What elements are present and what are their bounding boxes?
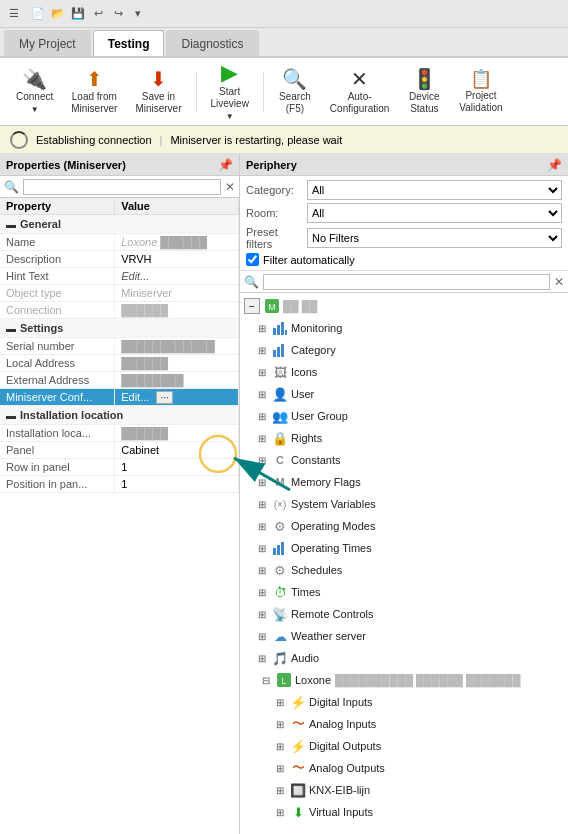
- room-select[interactable]: All: [307, 203, 562, 223]
- expand-analog-inputs[interactable]: ⊞: [276, 719, 290, 730]
- tree-node-remote-controls[interactable]: ⊞ 📡 Remote Controls: [240, 603, 568, 625]
- expand-user[interactable]: ⊞: [258, 389, 272, 400]
- expand-memory-flags[interactable]: ⊞: [258, 477, 272, 488]
- tree-root-node[interactable]: − M ██ ██: [240, 295, 568, 317]
- prop-row-description[interactable]: Description VRVH: [0, 251, 239, 268]
- weather-server-icon: ☁: [272, 628, 288, 644]
- tree-node-times[interactable]: ⊞ ⏱ Times: [240, 581, 568, 603]
- save-icon[interactable]: 💾: [70, 6, 86, 22]
- expand-operating-modes[interactable]: ⊞: [258, 521, 272, 532]
- edit-link[interactable]: Edit...: [121, 391, 149, 403]
- tree-node-rights[interactable]: ⊞ 🔒 Rights: [240, 427, 568, 449]
- expand-knx-eib[interactable]: ⊞: [276, 785, 290, 796]
- auto-config-button[interactable]: ✕ Auto-Configuration: [322, 65, 397, 119]
- expand-loxone[interactable]: ⊟: [262, 675, 276, 686]
- file-new-icon[interactable]: 📄: [30, 6, 46, 22]
- expand-user-group[interactable]: ⊞: [258, 411, 272, 422]
- prop-row-local-address[interactable]: Local Address ██████: [0, 355, 239, 372]
- tree-node-user-group[interactable]: ⊞ 👥 User Group: [240, 405, 568, 427]
- redo-icon[interactable]: ↪: [110, 6, 126, 22]
- undo-icon[interactable]: ↩: [90, 6, 106, 22]
- group-general[interactable]: ▬General: [0, 215, 239, 234]
- expand-times[interactable]: ⊞: [258, 587, 272, 598]
- tree-node-monitoring[interactable]: ⊞ Monitoring: [240, 317, 568, 339]
- tree-node-schedules[interactable]: ⊞ ⚙ Schedules: [240, 559, 568, 581]
- tree-node-system-variables[interactable]: ⊞ (×) System Variables: [240, 493, 568, 515]
- expand-digital-outputs[interactable]: ⊞: [276, 741, 290, 752]
- save-button[interactable]: ⬇ Save inMiniserver: [127, 65, 189, 119]
- file-open-icon[interactable]: 📂: [50, 6, 66, 22]
- collapse-settings-icon[interactable]: ▬: [6, 323, 16, 334]
- tree-node-weather-server[interactable]: ⊞ ☁ Weather server: [240, 625, 568, 647]
- expand-constants[interactable]: ⊞: [258, 455, 272, 466]
- tree-node-category[interactable]: ⊞ Category: [240, 339, 568, 361]
- tree-node-icons[interactable]: ⊞ 🖼 Icons: [240, 361, 568, 383]
- tree-node-analog-inputs[interactable]: ⊞ 〜 Analog Inputs: [240, 713, 568, 735]
- start-liveview-button[interactable]: ▶ StartLiveview ▼: [203, 58, 257, 125]
- expand-category[interactable]: ⊞: [258, 345, 272, 356]
- pin-periphery-icon[interactable]: 📌: [547, 158, 562, 172]
- expand-rights[interactable]: ⊞: [258, 433, 272, 444]
- prop-row-external-address[interactable]: External Address ████████: [0, 372, 239, 389]
- expand-audio[interactable]: ⊞: [258, 653, 272, 664]
- clear-filter-icon[interactable]: ✕: [225, 180, 235, 194]
- project-validation-icon: 📋: [470, 70, 492, 88]
- dropdown-icon[interactable]: ▾: [130, 6, 146, 22]
- connect-button[interactable]: 🔌 Connect ▼: [8, 65, 61, 118]
- prop-row-miniserver-conf[interactable]: Miniserver Conf... Edit... ···: [0, 389, 239, 406]
- tab-testing[interactable]: Testing: [93, 30, 165, 56]
- tree-node-virtual-inputs[interactable]: ⊞ ⬇ Virtual Inputs: [240, 801, 568, 823]
- prop-row-position-in-panel[interactable]: Position in pan... 1: [0, 476, 239, 493]
- toolbar-separator-1: [196, 72, 197, 112]
- tree-node-user[interactable]: ⊞ 👤 User: [240, 383, 568, 405]
- expand-virtual-inputs[interactable]: ⊞: [276, 807, 290, 818]
- tree-root-collapse[interactable]: −: [244, 298, 260, 314]
- expand-icons[interactable]: ⊞: [258, 367, 272, 378]
- preset-select[interactable]: No Filters: [307, 228, 562, 248]
- expand-system-variables[interactable]: ⊞: [258, 499, 272, 510]
- expand-digital-inputs[interactable]: ⊞: [276, 697, 290, 708]
- prop-row-name[interactable]: Name Loxone ██████: [0, 234, 239, 251]
- dots-button[interactable]: ···: [156, 391, 172, 404]
- expand-remote-controls[interactable]: ⊞: [258, 609, 272, 620]
- tree-node-audio[interactable]: ⊞ 🎵 Audio: [240, 647, 568, 669]
- load-button[interactable]: ⬆ Load fromMiniserver: [63, 65, 125, 119]
- group-installation[interactable]: ▬Installation location: [0, 406, 239, 425]
- category-select[interactable]: All: [307, 180, 562, 200]
- tree-node-knx-eib[interactable]: ⊞ 🔲 KNX-EIB-lijn: [240, 779, 568, 801]
- properties-filter-input[interactable]: [23, 179, 221, 195]
- periphery-clear-icon[interactable]: ✕: [554, 275, 564, 289]
- expand-monitoring[interactable]: ⊞: [258, 323, 272, 334]
- collapse-installation-icon[interactable]: ▬: [6, 410, 16, 421]
- periphery-filter-input[interactable]: [263, 274, 550, 290]
- auto-filter-checkbox[interactable]: [246, 253, 259, 266]
- tree-node-operating-modes[interactable]: ⊞ ⚙ Operating Modes: [240, 515, 568, 537]
- tab-diagnostics[interactable]: Diagnostics: [166, 30, 258, 56]
- prop-row-panel[interactable]: Panel Cabinet: [0, 442, 239, 459]
- prop-row-serial[interactable]: Serial number ████████████: [0, 338, 239, 355]
- prop-row-installation-loca[interactable]: Installation loca... ██████: [0, 425, 239, 442]
- expand-weather-server[interactable]: ⊞: [258, 631, 272, 642]
- tab-my-project[interactable]: My Project: [4, 30, 91, 56]
- menu-icon[interactable]: ☰: [6, 6, 22, 22]
- expand-analog-outputs[interactable]: ⊞: [276, 763, 290, 774]
- device-status-button[interactable]: 🚦 DeviceStatus: [399, 65, 449, 119]
- expand-operating-times[interactable]: ⊞: [258, 543, 272, 554]
- search-button[interactable]: 🔍 Search(F5): [270, 65, 320, 119]
- prop-row-hint[interactable]: Hint Text Edit...: [0, 268, 239, 285]
- tree-node-memory-flags[interactable]: ⊞ M Memory Flags: [240, 471, 568, 493]
- tree-node-digital-outputs[interactable]: ⊞ ⚡ Digital Outputs: [240, 735, 568, 757]
- group-settings[interactable]: ▬Settings: [0, 319, 239, 338]
- tree-node-constants[interactable]: ⊞ C Constants: [240, 449, 568, 471]
- project-validation-button[interactable]: 📋 ProjectValidation: [451, 66, 510, 118]
- expand-schedules[interactable]: ⊞: [258, 565, 272, 576]
- connect-dropdown[interactable]: ▼: [31, 105, 39, 114]
- tree-node-digital-inputs[interactable]: ⊞ ⚡ Digital Inputs: [240, 691, 568, 713]
- prop-row-row-in-panel[interactable]: Row in panel 1: [0, 459, 239, 476]
- start-dropdown[interactable]: ▼: [226, 112, 234, 121]
- tree-node-analog-outputs[interactable]: ⊞ 〜 Analog Outputs: [240, 757, 568, 779]
- pin-icon[interactable]: 📌: [218, 158, 233, 172]
- collapse-general-icon[interactable]: ▬: [6, 219, 16, 230]
- tree-node-loxone[interactable]: ⊟ L Loxone ██████████ ██████ ███████: [240, 669, 568, 691]
- tree-node-operating-times[interactable]: ⊞ Operating Times: [240, 537, 568, 559]
